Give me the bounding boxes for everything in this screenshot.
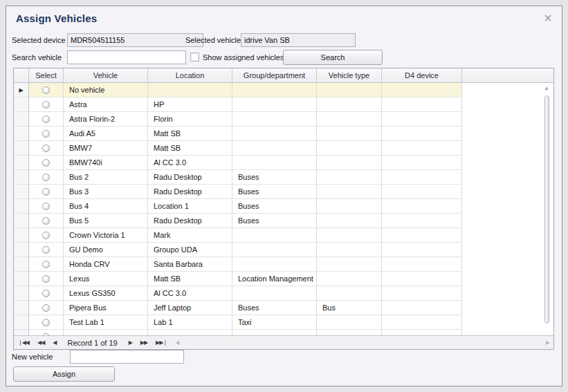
row-indicator-cell (14, 170, 29, 185)
table-row[interactable]: Audi A5Matt SB (14, 127, 462, 141)
select-radio[interactable] (42, 144, 50, 152)
select-cell (29, 272, 64, 286)
select-radio[interactable] (42, 290, 50, 297)
table-row[interactable]: Bus 5Radu DesktopBuses (14, 214, 462, 228)
nav-first-button[interactable]: ❘◀◀ (14, 336, 33, 349)
table-row[interactable]: Pipera BusJeff LaptopBusesBus (14, 301, 462, 315)
cell-vehicle: Honda CRV (64, 257, 148, 272)
scroll-up-icon[interactable]: ▲ (543, 84, 550, 93)
table-row[interactable]: Honda CRVSanta Barbara (14, 257, 462, 272)
select-radio[interactable] (42, 275, 50, 283)
record-navigator: ❘◀◀ ◀◀ ◀ Record 1 of 19 ▶ ▶▶ ▶▶❘ ◀ ▶ (14, 335, 553, 349)
vehicles-grid: SelectVehicleLocationGroup/departmentVeh… (13, 68, 554, 350)
table-row[interactable]: AstraHP (14, 97, 462, 112)
cell-d4 (382, 315, 462, 330)
select-cell (29, 112, 64, 127)
nav-last-button[interactable]: ▶▶❘ (152, 336, 171, 349)
row-indicator-cell (14, 315, 29, 330)
cell-d4 (382, 156, 462, 170)
select-cell (29, 141, 64, 156)
select-radio[interactable] (42, 188, 50, 196)
select-radio[interactable] (42, 115, 50, 123)
cell-group: Buses (232, 199, 317, 214)
select-cell (29, 228, 64, 243)
table-row[interactable]: GU DemoGroupo UDA (14, 243, 462, 257)
cell-group (232, 286, 317, 301)
show-assigned-checkbox[interactable] (190, 53, 199, 62)
select-radio[interactable] (42, 174, 50, 181)
cell-d4 (382, 272, 462, 286)
table-row[interactable]: Bus 4Location 1Buses (14, 199, 462, 214)
select-radio[interactable] (42, 86, 50, 94)
table-row[interactable]: Astra Florin-2Florin (14, 112, 462, 127)
select-radio[interactable] (42, 159, 50, 167)
column-header-location[interactable]: Location (148, 68, 232, 82)
table-row[interactable]: Lexus GS350Al CC 3.0 (14, 286, 462, 301)
scrollbar-thumb[interactable] (544, 95, 549, 324)
select-cell (29, 199, 64, 214)
cell-d4 (382, 199, 462, 214)
select-radio[interactable] (42, 319, 50, 326)
table-row[interactable]: ▶No vehicle (14, 83, 462, 97)
cell-group (232, 141, 317, 156)
select-radio[interactable] (42, 304, 50, 312)
column-header-vehicle-type[interactable]: Vehicle type (317, 68, 382, 82)
search-vehicle-label: Search vehicle (12, 50, 62, 64)
hscroll-right-icon[interactable]: ▶ (542, 336, 553, 349)
cell-location: Mark (148, 228, 232, 243)
cell-location: Radu Desktop (148, 170, 232, 185)
close-icon[interactable]: ✕ (541, 12, 555, 26)
grid-body: ▶No vehicleAstraHPAstra Florin-2FlorinAu… (14, 83, 553, 336)
current-row-indicator-icon: ▶ (14, 83, 29, 97)
row-indicator-cell (14, 243, 29, 257)
assign-button[interactable]: Assign (13, 366, 115, 382)
cell-vehicle: Bus 4 (64, 199, 148, 214)
cell-type (317, 170, 382, 185)
table-row[interactable]: Bus 2Radu DesktopBuses (14, 170, 462, 185)
search-button[interactable]: Search (283, 50, 383, 65)
cell-group (232, 228, 317, 243)
select-radio[interactable] (42, 101, 50, 109)
table-row[interactable]: BMW740iAl CC 3.0 (14, 156, 462, 170)
select-radio[interactable] (42, 130, 50, 138)
cell-group: Buses (232, 170, 317, 185)
vertical-scrollbar[interactable]: ▲ (543, 84, 550, 333)
cell-group: Location Management (232, 272, 317, 286)
cell-d4 (382, 286, 462, 301)
nav-next-page-button[interactable]: ▶▶ (136, 336, 152, 349)
select-radio[interactable] (42, 232, 50, 239)
search-vehicle-input[interactable] (67, 50, 186, 64)
select-radio[interactable] (42, 246, 50, 254)
nav-prev-page-button[interactable]: ◀◀ (33, 336, 48, 349)
column-header-select[interactable]: Select (29, 68, 64, 82)
row-indicator-cell (14, 127, 29, 141)
select-radio[interactable] (42, 261, 50, 268)
table-row[interactable]: Test Lab 1Lab 1Taxi (14, 315, 462, 330)
table-row[interactable]: Crown Victoria 1Mark (14, 228, 462, 243)
row-indicator-cell (14, 272, 29, 286)
column-header-d4-device[interactable]: D4 device (382, 68, 462, 82)
cell-type (317, 214, 382, 228)
selected-vehicle-label: Selected vehicle (185, 33, 241, 47)
column-header-vehicle[interactable]: Vehicle (64, 68, 148, 82)
nav-next-button[interactable]: ▶ (125, 336, 136, 349)
column-header-group-department[interactable]: Group/department (232, 68, 317, 82)
nav-prev-button[interactable]: ◀ (48, 336, 60, 349)
cell-type (317, 257, 382, 272)
table-row[interactable]: Bus 3Radu DesktopBuses (14, 185, 462, 199)
select-radio[interactable] (42, 203, 50, 210)
cell-group (232, 257, 317, 272)
new-vehicle-input[interactable] (70, 350, 184, 364)
select-cell (29, 170, 64, 185)
select-cell (29, 214, 64, 228)
hscroll-left-icon[interactable]: ◀ (171, 336, 183, 349)
table-row[interactable]: BMW7Matt SB (14, 141, 462, 156)
cell-vehicle: Test Lab 1 (64, 315, 148, 330)
cell-type (317, 112, 382, 127)
select-radio[interactable] (42, 217, 50, 225)
cell-group (232, 243, 317, 257)
row-indicator-cell (14, 214, 29, 228)
show-assigned-label: Show assigned vehicles (203, 50, 284, 64)
row-indicator-cell (14, 301, 29, 315)
table-row[interactable]: LexusMatt SBLocation Management (14, 272, 462, 286)
